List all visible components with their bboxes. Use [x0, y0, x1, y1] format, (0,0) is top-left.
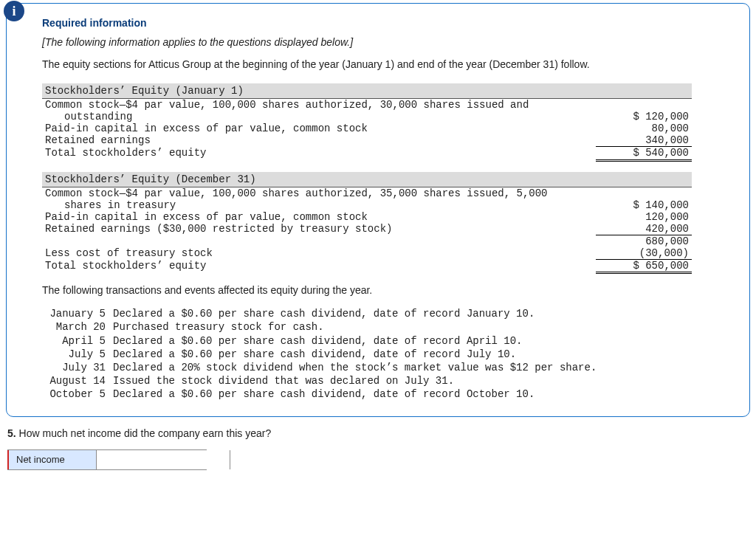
question-text: How much net income did the company earn… — [16, 427, 272, 439]
equity-total-value: $ 650,000 — [596, 260, 692, 273]
transactions-table: January 5Declared a $0.60 per share cash… — [42, 306, 598, 402]
equity-row-label: Retained earnings ($30,000 restricted by… — [42, 223, 596, 235]
tx-date: July 31 — [44, 362, 111, 373]
equity-row-value: $ 140,000 — [596, 199, 692, 211]
answer-label: Net income — [7, 450, 96, 469]
tx-date: January 5 — [44, 308, 111, 320]
question-number: 5. — [7, 427, 16, 439]
equity-row-label-cont: outstanding — [42, 111, 596, 123]
tx-desc: Declared a 20% stock dividend when the s… — [113, 362, 597, 373]
question-5: 5. How much net income did the company e… — [7, 427, 756, 439]
equity-row-value: $ 120,000 — [596, 111, 692, 123]
info-icon: i — [4, 1, 24, 21]
equity-row-label: Retained earnings — [42, 134, 596, 147]
tx-desc: Declared a $0.60 per share cash dividend… — [113, 308, 597, 320]
required-info-heading: Required information — [42, 17, 730, 29]
equity-jan1-header: Stockholders’ Equity (January 1) — [42, 83, 692, 99]
equity-less-label: Less cost of treasury stock — [42, 247, 596, 260]
equity-subtotal-value: 680,000 — [596, 235, 692, 248]
tx-date: April 5 — [44, 335, 111, 347]
equity-row-label: Common stock—$4 par value, 100,000 share… — [42, 99, 596, 111]
equity-total-label: Total stockholders’ equity — [42, 147, 596, 160]
equity-dec31-header: Stockholders’ Equity (December 31) — [42, 172, 692, 187]
equity-row-label-cont: shares in treasury — [42, 199, 596, 211]
equity-total-value: $ 540,000 — [596, 147, 692, 160]
info-card: i Required information [The following in… — [6, 3, 750, 417]
tx-desc: Declared a $0.60 per share cash dividend… — [113, 348, 597, 360]
equity-table-dec31: Stockholders’ Equity (December 31) Commo… — [42, 172, 692, 275]
equity-total-label: Total stockholders’ equity — [42, 260, 596, 273]
mid-sentence: The following transactions and events af… — [42, 284, 730, 296]
tx-date: March 20 — [44, 321, 111, 333]
equity-row-label: Paid-in capital in excess of par value, … — [42, 211, 596, 223]
lead-sentence: The equity sections for Atticus Group at… — [42, 58, 730, 70]
equity-row-value: 340,000 — [596, 134, 692, 147]
tx-date: October 5 — [44, 388, 111, 400]
tx-desc: Purchased treasury stock for cash. — [113, 321, 597, 333]
equity-row-label: Paid-in capital in excess of par value, … — [42, 123, 596, 134]
tx-date: August 14 — [44, 375, 111, 387]
answer-row: Net income — [7, 449, 207, 470]
tx-date: July 5 — [44, 348, 111, 360]
context-note: [The following information applies to th… — [42, 36, 730, 48]
tx-desc: Issued the stock dividend that was decla… — [113, 375, 597, 387]
net-income-input[interactable] — [96, 450, 230, 469]
equity-less-value: (30,000) — [596, 247, 692, 260]
equity-row-value: 120,000 — [596, 211, 692, 223]
tx-desc: Declared a $0.60 per share cash dividend… — [113, 335, 597, 347]
equity-row-label: Common stock—$4 par value, 100,000 share… — [42, 187, 596, 199]
equity-row-value: 420,000 — [596, 223, 692, 235]
equity-table-jan1: Stockholders’ Equity (January 1) Common … — [42, 83, 692, 162]
equity-row-value: 80,000 — [596, 123, 692, 134]
tx-desc: Declared a $0.60 per share cash dividend… — [113, 388, 597, 400]
